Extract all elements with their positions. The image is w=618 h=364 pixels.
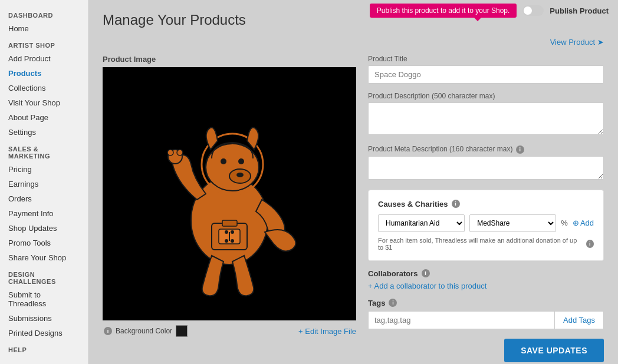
causes-add-button[interactable]: ⊕ Add xyxy=(573,219,594,227)
edit-image-button[interactable]: + Edit Image File xyxy=(298,327,356,336)
product-description-group: Product Description (500 character max) xyxy=(368,92,604,137)
sidebar-item-settings[interactable]: Settings xyxy=(0,125,88,140)
causes-note: For each item sold, Threadless will make… xyxy=(378,237,594,251)
bg-color-label: Background Color xyxy=(116,327,172,335)
sidebar-item-collections[interactable]: Collections xyxy=(0,81,88,95)
bg-color-swatch[interactable] xyxy=(176,325,188,337)
tags-title: Tags xyxy=(368,299,385,307)
product-image-container xyxy=(103,67,356,320)
sidebar-item-orders[interactable]: Orders xyxy=(0,191,88,206)
product-meta-input[interactable] xyxy=(368,156,604,180)
product-title-label: Product Title xyxy=(368,55,604,63)
collaborators-info-icon[interactable]: i xyxy=(422,269,430,277)
collaborators-section: Collaborators i + Add a collaborator to … xyxy=(368,269,604,290)
tags-input[interactable] xyxy=(369,312,554,329)
svg-point-4 xyxy=(221,158,226,164)
product-meta-label: Product Meta Description (160 character … xyxy=(368,145,604,154)
sidebar-section-artist-shop: ARTIST SHOP xyxy=(0,36,88,51)
svg-point-12 xyxy=(225,239,228,243)
sidebar-item-share-your-shop[interactable]: Share Your Shop xyxy=(0,250,88,265)
svg-point-16 xyxy=(167,150,173,155)
tags-section: Tags i Add Tags xyxy=(368,299,604,329)
svg-point-11 xyxy=(231,230,234,234)
sidebar-item-shop-updates[interactable]: Shop Updates xyxy=(0,221,88,236)
view-product-label: View Product xyxy=(550,38,595,47)
sidebar-item-visit-your-shop[interactable]: Visit Your Shop xyxy=(0,95,88,110)
sidebar-item-promo-tools[interactable]: Promo Tools xyxy=(0,236,88,250)
arrow-right-icon: ➤ xyxy=(597,38,604,47)
right-column: Product Title Product Description (500 c… xyxy=(368,55,604,362)
publish-tooltip: Publish this product to add it to your S… xyxy=(370,4,517,18)
causes-info-icon[interactable]: i xyxy=(452,200,460,208)
tags-info-icon[interactable]: i xyxy=(389,299,397,307)
publish-product-label: Publish Product xyxy=(550,6,609,15)
sidebar-section-design-challenges: DESIGN CHALLENGES xyxy=(0,265,88,287)
bg-color-info-icon[interactable]: i xyxy=(104,327,112,335)
causes-note-text: For each item sold, Threadless will make… xyxy=(378,237,583,251)
product-title-input[interactable] xyxy=(368,65,604,84)
image-footer: i Background Color + Edit Image File xyxy=(103,325,356,337)
causes-note-info-icon[interactable]: i xyxy=(586,240,594,248)
save-btn-row: SAVE UPDATES xyxy=(368,339,604,362)
causes-charity-select[interactable]: MedShare xyxy=(469,214,556,232)
tags-label: Tags i xyxy=(368,299,604,307)
sidebar-item-home[interactable]: Home xyxy=(0,21,88,36)
two-col-layout: Product Image xyxy=(103,55,604,362)
svg-point-17 xyxy=(177,150,183,155)
sidebar-item-printed-designs[interactable]: Printed Designs xyxy=(0,326,88,340)
add-tags-button[interactable]: Add Tags xyxy=(554,312,603,329)
product-image-label: Product Image xyxy=(103,55,356,64)
product-description-input[interactable] xyxy=(368,102,604,135)
sidebar-item-earnings[interactable]: Earnings xyxy=(0,177,88,191)
publish-bar: Publish this product to add it to your S… xyxy=(360,0,618,21)
causes-category-select[interactable]: Humanitarian Aid xyxy=(378,214,465,232)
meta-info-icon[interactable]: i xyxy=(516,145,524,154)
causes-add-label: Add xyxy=(580,219,594,227)
left-column: Product Image xyxy=(103,55,356,337)
svg-point-13 xyxy=(231,239,234,243)
publish-toggle[interactable] xyxy=(522,5,544,16)
sidebar-item-submissions[interactable]: Submissions xyxy=(0,311,88,326)
sidebar-section-help: HELP xyxy=(0,340,88,356)
sidebar-item-add-product[interactable]: Add Product xyxy=(0,51,88,66)
product-title-group: Product Title xyxy=(368,55,604,84)
svg-point-10 xyxy=(225,230,228,234)
causes-row: Humanitarian Aid MedShare % ⊕ Add xyxy=(378,214,594,232)
causes-title: Causes & Charities i xyxy=(378,200,594,209)
sidebar-item-pricing[interactable]: Pricing xyxy=(0,162,88,177)
collaborators-label: Collaborators i xyxy=(368,269,604,278)
sidebar: DASHBOARDHomeARTIST SHOPAdd ProductProdu… xyxy=(0,0,88,364)
tags-row: Add Tags xyxy=(368,311,604,329)
add-collaborator-link[interactable]: + Add a collaborator to this product xyxy=(368,282,604,290)
save-updates-button[interactable]: SAVE UPDATES xyxy=(504,339,604,362)
causes-charities-card: Causes & Charities i Humanitarian Aid Me… xyxy=(368,190,604,261)
collaborators-title: Collaborators xyxy=(368,269,418,278)
percent-symbol: % xyxy=(561,219,568,227)
sidebar-section-sales---marketing: SALES & MARKETING xyxy=(0,140,88,162)
add-collaborator-label: + Add a collaborator to this product xyxy=(368,282,486,290)
svg-point-5 xyxy=(238,158,244,164)
product-description-label: Product Description (500 character max) xyxy=(368,92,604,100)
causes-title-text: Causes & Charities xyxy=(378,200,448,209)
sidebar-item-submit-to-threadless[interactable]: Submit to Threadless xyxy=(0,287,88,311)
product-image-svg xyxy=(141,91,318,297)
edit-image-label: + Edit Image File xyxy=(298,327,356,336)
view-product-link[interactable]: View Product ➤ xyxy=(103,38,604,47)
bg-color-row: i Background Color xyxy=(103,325,188,337)
main-content: Publish this product to add it to your S… xyxy=(88,0,618,364)
svg-rect-14 xyxy=(222,220,237,226)
sidebar-item-payment-info[interactable]: Payment Info xyxy=(0,206,88,221)
sidebar-item-products[interactable]: Products xyxy=(0,66,88,81)
sidebar-section-dashboard: DASHBOARD xyxy=(0,6,88,21)
sidebar-item-about-page[interactable]: About Page xyxy=(0,110,88,125)
svg-point-6 xyxy=(236,173,244,177)
product-meta-group: Product Meta Description (160 character … xyxy=(368,145,604,181)
